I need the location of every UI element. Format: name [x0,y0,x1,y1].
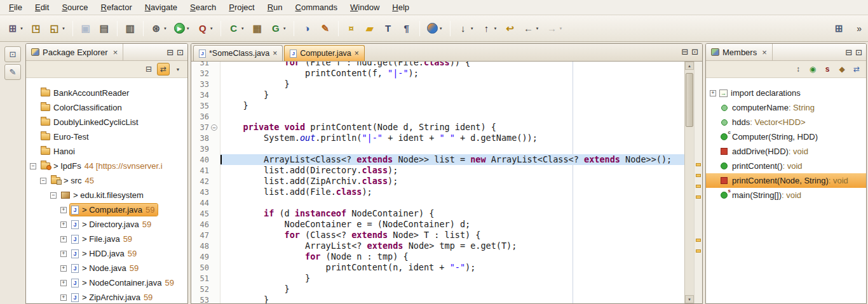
occurrence-marker[interactable] [696,239,701,242]
members-tab[interactable]: Members × [706,44,773,60]
minimize-icon[interactable]: ⊟ [845,48,852,56]
code-line-47[interactable]: for (Class<? extends Node> T : list) { [220,230,684,241]
link-with-editor-button[interactable]: ⇄ [157,63,170,76]
code-line-38[interactable]: System.out.println("|-" + ident + " " + … [220,133,684,143]
expand-icon[interactable]: + [60,251,67,257]
expand-icon[interactable]: + [710,90,716,96]
tree-item-euro-test[interactable]: Euro-Test [26,129,187,144]
expand-icon[interactable]: + [60,265,67,272]
external-tools-button[interactable]: ⊛▼ [147,20,170,37]
view-menu-button[interactable]: ▼ [172,63,184,76]
code-line-43[interactable]: list.add(File.class); [220,187,684,197]
code-line-46[interactable]: NodeContainer e = (NodeContainer) d; [220,219,684,230]
overview-ruler[interactable] [694,62,702,303]
code-line-42[interactable]: list.add(ZipArchiv.class); [220,176,684,187]
occurrence-marker[interactable] [696,195,701,199]
collapse-all-button[interactable]: ⊟ [142,63,155,76]
web-browser-button[interactable]: ▼ [424,20,446,37]
expand-icon[interactable]: + [60,221,67,228]
menu-project[interactable]: Project [222,1,261,14]
build-project-button[interactable]: ▥ [121,20,139,37]
expand-icon[interactable]: + [60,207,67,213]
menu-source[interactable]: Source [55,1,94,14]
tree-item-bankaccountreader[interactable]: BankAccountReader [26,86,187,100]
editor-tab-someclass-java[interactable]: J*SomeClass.java× [193,45,283,61]
close-icon[interactable]: × [273,50,277,57]
last-edit-location-button[interactable]: ↩ [501,20,519,37]
format-button[interactable]: ✎ [316,20,334,37]
scrollbar-thumb[interactable] [686,73,693,127]
code-line-32[interactable]: printContent(f, "|-"); [220,68,684,79]
code-line-53[interactable]: } [220,294,684,303]
hide-fields-button[interactable]: ◉ [806,63,819,76]
menu-file[interactable]: File [3,1,29,14]
editor-tab-computer-java[interactable]: JComputer.java× [284,45,365,61]
new-wizard-button[interactable]: ⊞▼ [4,20,27,37]
new-package-button[interactable]: ▦ [248,20,266,37]
code-line-52[interactable]: } [220,284,684,294]
member-hdds[interactable]: hdds : Vector<HDD> [706,115,866,129]
tree-item-doublylinkedcycliclist[interactable]: DoublyLinkedCyclicList [26,115,187,129]
tree-item-ipdfs[interactable]: −> IpdFs44 [https://svnserver.i [26,159,187,173]
occurrence-marker[interactable] [696,163,701,166]
member-import-declarations[interactable]: +→import declarations [706,86,866,100]
member-printcontent-node-string[interactable]: printContent(Node, String) : void [706,173,866,188]
mark-occurrences-button[interactable]: ▰ [361,20,379,37]
editor-scrollbar[interactable]: ▲ ▼ [684,62,694,303]
code-line-51[interactable]: } [220,273,684,284]
menu-search[interactable]: Search [184,1,222,14]
close-icon[interactable]: × [762,48,767,56]
occurrence-marker[interactable] [696,185,701,188]
code-line-35[interactable]: } [220,100,684,111]
code-line-34[interactable]: } [220,89,684,100]
coverage-button[interactable]: Q▼ [194,20,217,37]
sort-button[interactable]: ↕ [792,63,804,76]
code-line-36[interactable] [220,111,684,122]
previous-annotation-button[interactable]: ↑▼ [478,20,501,37]
maximize-icon[interactable]: ⊡ [855,48,862,56]
run-button[interactable]: ▶▼ [171,20,193,37]
menu-refactor[interactable]: Refactor [95,1,139,14]
tree-item-nodecontainer-java[interactable]: +J> NodeContainer.java59 [26,275,187,290]
member-adddrive-hdd[interactable]: addDrive(HDD) : void [706,144,866,159]
maximize-icon[interactable]: ⊡ [177,48,184,56]
tree-item-src[interactable]: −> src45 [26,173,187,188]
save-button[interactable]: ▣ [77,20,95,37]
restore-view-button[interactable]: ⊡ [4,46,21,62]
code-line-44[interactable] [220,197,684,208]
tree-item-hdd-java[interactable]: +J> HDD.java59 [26,246,187,261]
new-menu-button[interactable]: ◱▼ [46,20,69,37]
tree-item-edu-kit-filesystem[interactable]: −> edu.kit.filesystem [26,188,187,202]
menu-window[interactable]: Window [344,1,386,14]
back-button[interactable]: ←▼ [520,20,543,37]
show-selected-element-button[interactable]: T [379,20,397,37]
tree-item-node-java[interactable]: +J> Node.java59 [26,261,187,275]
expand-icon[interactable]: + [60,280,67,286]
minimize-icon[interactable]: ⊟ [681,48,688,56]
open-perspective-button[interactable]: ⊞ [830,20,848,37]
package-explorer-tab[interactable]: Package Explorer × [26,44,123,60]
toolbar-overflow-button[interactable]: » [854,23,864,34]
code-line-40[interactable]: ArrayList<Class<? extends Node>> list = … [220,154,684,165]
generate-button[interactable]: G▼ [267,20,290,37]
scroll-up-icon[interactable]: ▲ [685,62,694,70]
search-button[interactable]: ¤ [342,20,360,37]
tree-item-ziparchiv-java[interactable]: +J> ZipArchiv.java59 [26,290,187,303]
tree-item-computer-java[interactable]: +J> Computer.java59 [26,202,187,217]
show-whitespace-button[interactable]: ¶ [398,20,416,37]
next-annotation-button[interactable]: ↓▼ [454,20,477,37]
close-icon[interactable]: × [355,50,359,57]
minimize-icon[interactable]: ⊟ [166,48,173,56]
forward-button[interactable]: →▼ [543,20,566,37]
open-file-button[interactable]: ◳ [27,20,45,37]
link-members-button[interactable]: ⇄ [850,63,863,76]
code-line-37[interactable]: private void printContent(Node d, String… [220,122,684,133]
code-line-50[interactable]: printContent(n, ident + "-"); [220,262,684,273]
menu-run[interactable]: Run [261,1,289,14]
expand-icon[interactable]: + [60,236,67,242]
new-class-button[interactable]: C▼ [225,20,248,37]
tree-item-hanoi[interactable]: Hanoi [26,144,187,159]
collapse-icon[interactable]: − [30,163,36,169]
code-line-33[interactable]: } [220,79,684,89]
member-computer-string-hdd[interactable]: cComputer(String, HDD) [706,129,866,144]
